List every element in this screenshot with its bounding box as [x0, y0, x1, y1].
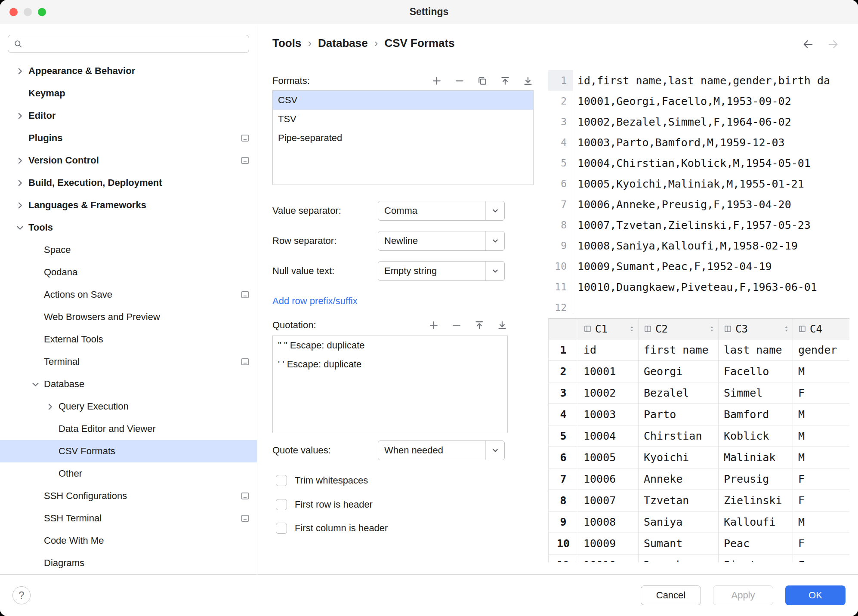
- table-cell[interactable]: Saniya: [639, 511, 719, 533]
- table-cell[interactable]: Bamford: [719, 404, 793, 425]
- checkbox-box[interactable]: [276, 523, 287, 534]
- table-cell[interactable]: M: [793, 361, 849, 382]
- sidebar-item-data-editor-and-viewer[interactable]: Data Editor and Viewer: [0, 418, 257, 440]
- chevron-right-icon[interactable]: [11, 200, 28, 210]
- table-cell[interactable]: Kyoichi: [639, 447, 719, 468]
- column-header-c4[interactable]: C4: [793, 319, 849, 339]
- sidebar-item-keymap[interactable]: Keymap: [0, 82, 257, 105]
- checkbox-first-column-is-header[interactable]: First column is header: [276, 520, 388, 537]
- table-cell[interactable]: gender: [793, 339, 849, 361]
- quotation-item[interactable]: " " Escape: duplicate: [273, 336, 507, 355]
- table-cell[interactable]: Piveteau: [719, 554, 793, 562]
- sidebar-item-query-execution[interactable]: Query Execution: [0, 395, 257, 418]
- table-cell[interactable]: Koblick: [719, 425, 793, 447]
- sidebar-item-other[interactable]: Other: [0, 462, 257, 485]
- table-cell[interactable]: Preusig: [719, 468, 793, 490]
- table-cell[interactable]: 10003: [578, 404, 639, 425]
- table-cell[interactable]: Chirstian: [639, 425, 719, 447]
- table-cell[interactable]: F: [793, 468, 849, 490]
- table-cell[interactable]: M: [793, 425, 849, 447]
- sidebar-item-diagrams[interactable]: Diagrams: [0, 552, 257, 574]
- checkbox-box[interactable]: [276, 499, 287, 510]
- back-button[interactable]: [802, 38, 814, 50]
- sidebar-item-tools[interactable]: Tools: [0, 216, 257, 239]
- checkbox-trim-whitespaces[interactable]: Trim whitespaces: [276, 472, 368, 489]
- help-button[interactable]: ?: [12, 586, 31, 604]
- table-cell[interactable]: Anneke: [639, 468, 719, 490]
- table-cell[interactable]: F: [793, 533, 849, 554]
- settings-search-field[interactable]: [8, 35, 249, 53]
- table-cell[interactable]: first name: [639, 339, 719, 361]
- table-cell[interactable]: last name: [719, 339, 793, 361]
- apply-button[interactable]: Apply: [713, 585, 773, 605]
- close-button[interactable]: [9, 8, 18, 16]
- sidebar-item-web-browsers-and-preview[interactable]: Web Browsers and Preview: [0, 306, 257, 328]
- table-cell[interactable]: Tzvetan: [639, 490, 719, 511]
- table-cell[interactable]: F: [793, 382, 849, 404]
- chevron-down-icon[interactable]: [11, 222, 28, 233]
- table-cell[interactable]: 10008: [578, 511, 639, 533]
- table-cell[interactable]: Parto: [639, 404, 719, 425]
- export-format-button[interactable]: [522, 75, 534, 86]
- chevron-right-icon[interactable]: [11, 111, 28, 121]
- format-item-pipe-separated[interactable]: Pipe-separated: [273, 129, 533, 148]
- breadcrumb-item-database[interactable]: Database: [318, 37, 368, 50]
- sidebar-item-languages-frameworks[interactable]: Languages & Frameworks: [0, 194, 257, 216]
- sidebar-item-space[interactable]: Space: [0, 239, 257, 261]
- format-item-csv[interactable]: CSV: [273, 91, 533, 110]
- sidebar-item-ssh-configurations[interactable]: SSH Configurations: [0, 485, 257, 507]
- table-cell[interactable]: 10002: [578, 382, 639, 404]
- csv-preview-editor[interactable]: 1id,first name,last name,gender,birth da…: [548, 70, 849, 314]
- table-cell[interactable]: 10010: [578, 554, 639, 562]
- table-cell[interactable]: 10001: [578, 361, 639, 382]
- cancel-button[interactable]: Cancel: [641, 585, 701, 605]
- table-cell[interactable]: Sumant: [639, 533, 719, 554]
- table-cell[interactable]: id: [578, 339, 639, 361]
- sidebar-item-ssh-terminal[interactable]: SSH Terminal: [0, 507, 257, 530]
- sidebar-item-version-control[interactable]: Version Control: [0, 149, 257, 172]
- column-header-c2[interactable]: C2: [639, 319, 719, 339]
- table-cell[interactable]: Bezalel: [639, 382, 719, 404]
- sort-icon[interactable]: [629, 325, 635, 333]
- add-row-prefix-suffix-link[interactable]: Add row prefix/suffix: [272, 296, 358, 307]
- sidebar-item-qodana[interactable]: Qodana: [0, 261, 257, 283]
- sidebar-item-plugins[interactable]: Plugins: [0, 127, 257, 149]
- value-separator-select[interactable]: Comma: [378, 201, 505, 221]
- table-cell[interactable]: M: [793, 404, 849, 425]
- table-cell[interactable]: Maliniak: [719, 447, 793, 468]
- forward-button[interactable]: [827, 38, 839, 50]
- sidebar-item-terminal[interactable]: Terminal: [0, 351, 257, 373]
- column-header-c3[interactable]: C3: [719, 319, 793, 339]
- sidebar-item-build-execution-deployment[interactable]: Build, Execution, Deployment: [0, 172, 257, 194]
- chevron-right-icon[interactable]: [11, 178, 28, 188]
- row-separator-select[interactable]: Newline: [378, 231, 505, 251]
- table-cell[interactable]: F: [793, 554, 849, 562]
- table-cell[interactable]: Simmel: [719, 382, 793, 404]
- table-cell[interactable]: Georgi: [639, 361, 719, 382]
- chevron-right-icon[interactable]: [41, 401, 59, 412]
- sidebar-item-external-tools[interactable]: External Tools: [0, 328, 257, 351]
- duplicate-format-button[interactable]: [477, 75, 488, 86]
- table-cell[interactable]: 10006: [578, 468, 639, 490]
- search-input[interactable]: [27, 38, 244, 49]
- remove-format-button[interactable]: [454, 75, 465, 86]
- table-cell[interactable]: 10004: [578, 425, 639, 447]
- table-cell[interactable]: M: [793, 447, 849, 468]
- sort-icon[interactable]: [784, 325, 789, 333]
- sidebar-item-code-with-me[interactable]: Code With Me: [0, 530, 257, 552]
- quotation-item[interactable]: ' ' Escape: duplicate: [273, 355, 507, 374]
- import-format-button[interactable]: [500, 75, 511, 86]
- sidebar-item-database[interactable]: Database: [0, 373, 257, 395]
- table-cell[interactable]: Duangkaew: [639, 554, 719, 562]
- remove-quotation-button[interactable]: [451, 320, 462, 331]
- table-cell[interactable]: Zielinski: [719, 490, 793, 511]
- format-item-tsv[interactable]: TSV: [273, 110, 533, 129]
- move-up-button[interactable]: [474, 320, 485, 331]
- table-cell[interactable]: Peac: [719, 533, 793, 554]
- sidebar-item-editor[interactable]: Editor: [0, 105, 257, 127]
- null-value-select[interactable]: Empty string: [378, 261, 505, 281]
- add-quotation-button[interactable]: [428, 320, 439, 331]
- sidebar-item-actions-on-save[interactable]: Actions on Save: [0, 283, 257, 306]
- move-down-button[interactable]: [497, 320, 508, 331]
- sort-icon[interactable]: [709, 325, 715, 333]
